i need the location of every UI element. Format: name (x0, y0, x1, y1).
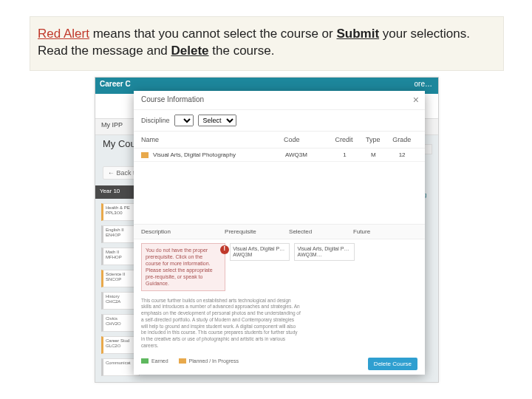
col-name: Name (141, 136, 284, 143)
legend-earned: Earned (141, 358, 168, 364)
bg-page-heading: My Cou (103, 138, 136, 149)
callout-line2-end: the course. (209, 44, 275, 58)
row-credit: 1 (330, 151, 361, 158)
col-grade: Grade (386, 136, 417, 143)
callout-box: Red Alert means that you cannot select t… (30, 16, 504, 71)
modal-footer: Delete Course (368, 355, 417, 370)
callout-line1-mid: means that you cannot select the course … (89, 27, 337, 41)
bg-brand: Career C (100, 80, 131, 88)
detail-row: You do not have the proper prerequisite.… (134, 239, 425, 295)
selected-card[interactable]: Visual Arts, Digital P… AWQ3M… (294, 243, 354, 261)
course-description: This course further builds on establishe… (134, 295, 308, 354)
legend-swatch-orange (179, 358, 186, 364)
col-credit: Credit (328, 136, 359, 143)
alert-exclamation-icon (220, 245, 229, 254)
discipline-select[interactable] (174, 115, 194, 126)
row-name: Visual Arts, Digital Photography (153, 151, 285, 158)
col-code: Code (284, 136, 328, 143)
app-screenshot: Career C ore… My IPP Guid… My Cou 6% ← B… (95, 77, 439, 383)
slide: Red Alert means that you cannot select t… (0, 0, 532, 399)
table-spacer (134, 162, 425, 224)
modal-header: Course Information × (134, 91, 425, 110)
bg-year-tab: Year 10 (95, 185, 137, 199)
row-code: AWQ3M (285, 151, 330, 158)
delete-word: Delete (171, 44, 209, 58)
future-card-empty (359, 243, 417, 261)
bg-sidebar: Health & PEPPL3O0 English IIEN4OP Math I… (101, 203, 131, 381)
dcol-future: Future (353, 228, 417, 235)
row-grade: 12 (386, 151, 417, 158)
table-header: Name Code Credit Type Grade (134, 132, 425, 149)
prereq-card[interactable]: Visual Arts, Digital P… AWQ3M (230, 243, 290, 261)
filter-label: Discipline (141, 117, 170, 124)
red-alert-label: Red Alert (38, 27, 89, 41)
bg-tab-ipp: My IPP (101, 121, 123, 129)
legend-swatch-green (141, 358, 149, 364)
callout-line1-end: your selections. (379, 27, 470, 41)
dcol-selected: Selected (289, 228, 353, 235)
submit-word: Submit (336, 27, 379, 41)
detail-header: Description Prerequisite Selected Future (134, 224, 425, 239)
legend-planned: Planned / In Progress (179, 358, 239, 364)
course-status-icon (141, 152, 149, 158)
alert-text: You do not have the proper prerequisite.… (146, 248, 213, 286)
course-info-modal: Course Information × Discipline Select N… (134, 91, 425, 375)
col-type: Type (360, 136, 386, 143)
row-type: M (360, 151, 386, 158)
dcol-desc: Description (141, 228, 225, 235)
red-alert-box: You do not have the proper prerequisite.… (141, 243, 225, 291)
modal-title: Course Information (141, 95, 204, 103)
filter-row: Discipline Select (134, 110, 425, 132)
close-icon[interactable]: × (413, 94, 419, 106)
course-row[interactable]: Visual Arts, Digital Photography AWQ3M 1… (134, 149, 425, 162)
dcol-prereq: Prerequisite (225, 228, 289, 235)
bg-more-menu: ore… (415, 80, 432, 88)
secondary-select[interactable]: Select (198, 115, 236, 126)
callout-line2-pre: Read the message and (38, 44, 171, 58)
delete-course-button[interactable]: Delete Course (368, 358, 417, 370)
